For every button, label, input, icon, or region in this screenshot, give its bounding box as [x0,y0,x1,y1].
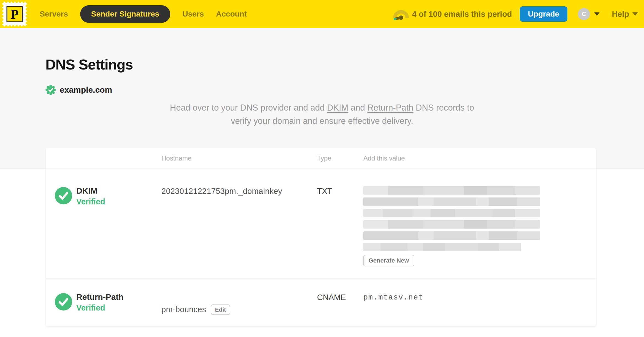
generate-new-button[interactable]: Generate New [363,255,414,266]
page-title: DNS Settings [45,57,644,72]
logo-letter: P [10,7,18,22]
table-row-return-path: Return-Path Verified pm-bounces Edit CNA… [46,279,596,326]
record-name: Return-Path [76,292,124,301]
return-path-status-cell: Return-Path Verified [46,292,161,326]
return-path-hostname-cell: pm-bounces Edit [161,292,317,326]
dkim-link[interactable]: DKIM [327,103,348,113]
chevron-down-icon [594,12,600,16]
verified-check-icon [55,187,72,204]
status-badge: Verified [76,303,124,312]
redacted-value-bar [363,186,540,195]
redacted-value-bar [363,243,521,251]
usage-meter: 4 of 100 emails this period [393,8,512,20]
usage-text: 4 of 100 emails this period [412,10,512,19]
dkim-value-cell: Generate New [363,186,596,266]
domain-row: example.com [45,85,644,95]
table-row-dkim: DKIM Verified 20230121221753pm._domainke… [46,169,596,279]
help-menu-button[interactable]: Help [612,10,638,19]
dkim-status-cell: DKIM Verified [46,186,161,266]
nav-item-account[interactable]: Account [216,10,247,18]
topbar-right-group: 4 of 100 emails this period Upgrade C He… [393,6,638,22]
redacted-value-block [363,186,596,251]
redacted-value-bar [363,197,540,206]
domain-name: example.com [60,85,112,95]
column-header-hostname: Hostname [161,154,317,162]
table-header-row: Hostname Type Add this value [46,148,596,169]
dkim-hostname: 20230121221753pm._domainkey [161,186,317,266]
redacted-value-bar [363,209,540,217]
dns-records-card: Hostname Type Add this value DKIM Verifi… [45,148,596,327]
verified-check-icon [55,293,72,311]
record-name: DKIM [76,186,105,195]
help-label: Help [612,10,629,19]
dns-instructions: Head over to your DNS provider and add D… [0,101,644,128]
postmark-logo[interactable]: P [2,2,27,26]
column-header-type: Type [317,154,363,162]
main-nav: Servers Sender Signatures Users Account [40,5,247,23]
redacted-value-bar [363,220,540,229]
return-path-link[interactable]: Return-Path [367,103,413,113]
avatar[interactable]: C [578,8,590,20]
nav-item-servers[interactable]: Servers [40,10,68,18]
instructions-text: Head over to your DNS provider and add [170,103,327,113]
nav-item-sender-signatures-active[interactable]: Sender Signatures [80,5,170,23]
gauge-icon [393,8,409,20]
edit-button[interactable]: Edit [211,304,231,315]
column-header-add-this-value: Add this value [363,154,596,162]
instructions-text: and [348,103,367,113]
top-navigation-bar: P Servers Sender Signatures Users Accoun… [0,0,644,28]
upgrade-button[interactable]: Upgrade [520,6,568,22]
instructions-text: verify your domain and ensure effective … [231,116,413,126]
chevron-down-icon [632,12,638,16]
return-path-hostname: pm-bounces [161,305,206,314]
redacted-value-bar [363,231,540,240]
dkim-record-type: TXT [317,186,363,266]
return-path-record-type: CNAME [317,292,363,326]
verified-badge-icon [45,85,56,95]
instructions-text: DNS records to [413,103,474,113]
account-menu-button[interactable]: C [578,8,600,20]
status-badge: Verified [76,197,105,206]
nav-item-users[interactable]: Users [182,10,204,18]
return-path-value: pm.mtasv.net [363,292,596,326]
